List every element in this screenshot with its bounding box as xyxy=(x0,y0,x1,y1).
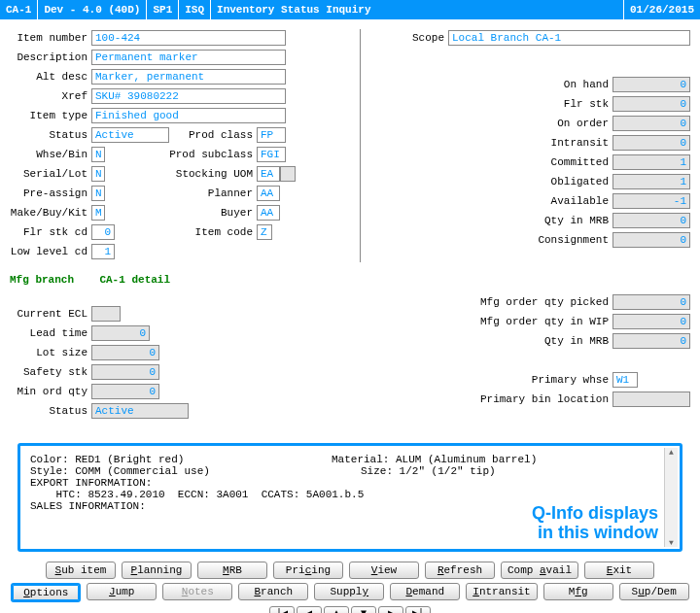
jump-button[interactable]: Jump xyxy=(87,583,157,600)
item-type-field[interactable]: Finished good xyxy=(91,108,286,123)
safety-stk-label: Safety stk xyxy=(10,366,91,378)
refresh-button[interactable]: Refresh xyxy=(425,562,495,579)
options-button[interactable]: Options xyxy=(11,583,81,602)
on-order-label: On order xyxy=(390,118,612,129)
nav-next-icon[interactable]: ▶ xyxy=(378,606,403,613)
serial-lot-label: Serial/Lot xyxy=(10,168,91,180)
primary-whse-field[interactable]: W1 xyxy=(612,372,638,388)
nav-prev-icon[interactable]: ◀ xyxy=(297,606,322,613)
consignment-field: 0 xyxy=(612,232,690,248)
mfg-button[interactable]: Mfg xyxy=(543,583,613,600)
detail-qty-mrb-field: 0 xyxy=(612,333,690,349)
buyer-field[interactable]: AA xyxy=(257,205,280,221)
mfg-picked-field: 0 xyxy=(612,294,690,310)
flr-stk-label: Flr stk xyxy=(390,98,612,110)
serial-lot-field[interactable]: N xyxy=(91,166,105,182)
on-hand-label: On hand xyxy=(390,79,612,90)
xref-field[interactable]: SKU# 39080222 xyxy=(91,88,286,104)
supply-button[interactable]: Supply xyxy=(314,583,384,600)
prod-subclass-label: Prod subclass xyxy=(105,149,257,160)
pre-assign-field[interactable]: N xyxy=(91,186,105,201)
xref-label: Xref xyxy=(10,90,91,102)
nav-row: |◀ ◀ ▲ ▼ ▶ ▶| xyxy=(10,606,690,613)
flr-stk-cd-field[interactable]: 0 xyxy=(91,224,115,240)
scope-field[interactable]: Local Branch CA-1 xyxy=(448,30,690,46)
stocking-uom-extra xyxy=(280,166,296,182)
safety-stk-field: 0 xyxy=(91,364,159,380)
sub-item-button[interactable]: Sub item xyxy=(46,562,116,579)
detail-status-field: Active xyxy=(91,403,189,419)
pricing-button[interactable]: Pricing xyxy=(273,562,343,579)
stocking-uom-field[interactable]: EA xyxy=(257,166,280,182)
titlebar: CA-1 Dev - 4.0 (40D) SP1 ISQ Inventory S… xyxy=(0,0,700,19)
min-ord-qty-field: 0 xyxy=(91,384,159,399)
whse-bin-label: Whse/Bin xyxy=(10,149,91,160)
lead-time-field: 0 xyxy=(91,325,150,341)
view-button[interactable]: View xyxy=(349,562,419,579)
qinfo-export-hdr: EXPORT INFORMATION: xyxy=(30,477,670,489)
titlebar-branch: CA-1 xyxy=(0,0,38,19)
mfg-picked-label: Mfg order qty picked xyxy=(379,296,612,308)
intransit-button[interactable]: Intransit xyxy=(466,583,537,600)
make-buy-kit-label: Make/Buy/Kit xyxy=(10,207,91,219)
scope-label: Scope xyxy=(390,32,448,44)
make-buy-kit-field[interactable]: M xyxy=(91,205,105,221)
alt-desc-label: Alt desc xyxy=(10,71,91,83)
alt-desc-field[interactable]: Marker, permanent xyxy=(91,69,286,85)
button-row-1: Sub item Planning MRB Pricing View Refre… xyxy=(10,562,690,579)
description-field[interactable]: Permanent marker xyxy=(91,50,286,65)
demand-button[interactable]: Demand xyxy=(390,583,460,600)
branch-button[interactable]: Branch xyxy=(238,583,308,600)
planner-field[interactable]: AA xyxy=(257,186,280,201)
titlebar-date: 01/26/2015 xyxy=(624,0,700,19)
intransit-label: Intransit xyxy=(390,137,612,149)
on-order-field: 0 xyxy=(612,116,690,131)
primary-bin-field xyxy=(612,392,690,407)
status-label: Status xyxy=(10,129,91,141)
prod-subclass-field[interactable]: FGI xyxy=(257,147,286,162)
current-ecl-field xyxy=(91,306,121,322)
titlebar-env: Dev - 4.0 (40D) xyxy=(38,0,147,19)
low-level-cd-field[interactable]: 1 xyxy=(91,244,115,259)
nav-first-icon[interactable]: |◀ xyxy=(269,606,295,613)
comp-avail-button[interactable]: Comp avail xyxy=(501,562,578,579)
qty-in-mrb-field: 0 xyxy=(612,213,690,228)
primary-whse-label: Primary whse xyxy=(379,374,612,386)
nav-down-icon[interactable]: ▼ xyxy=(351,606,376,613)
detail-heading: CA-1 detail xyxy=(99,274,170,286)
committed-field: 1 xyxy=(612,154,690,170)
available-label: Available xyxy=(390,195,612,207)
nav-up-icon[interactable]: ▲ xyxy=(324,606,349,613)
vertical-divider xyxy=(360,29,361,262)
buyer-label: Buyer xyxy=(105,207,257,219)
planning-button[interactable]: Planning xyxy=(122,562,192,579)
qinfo-style: Style: COMM (Commercial use) xyxy=(30,465,361,477)
intransit-field: 0 xyxy=(612,135,690,151)
qinfo-size: Size: 1/2" (1/2" tip) xyxy=(361,465,496,477)
prod-class-field[interactable]: FP xyxy=(257,127,286,143)
detail-status-label: Status xyxy=(10,405,91,417)
current-ecl-label: Current ECL xyxy=(10,308,91,320)
lot-size-field: 0 xyxy=(91,345,159,360)
mfg-wip-field: 0 xyxy=(612,314,690,329)
lead-time-label: Lead time xyxy=(10,327,91,339)
pre-assign-label: Pre-assign xyxy=(10,187,91,199)
status-field[interactable]: Active xyxy=(91,127,169,143)
qty-in-mrb-label: Qty in MRB xyxy=(390,215,612,226)
item-type-label: Item type xyxy=(10,110,91,121)
notes-button[interactable]: Notes xyxy=(162,583,232,600)
sup-dem-button[interactable]: Sup/Dem xyxy=(619,583,689,600)
nav-last-icon[interactable]: ▶| xyxy=(405,606,431,613)
item-code-field[interactable]: Z xyxy=(257,224,272,240)
whse-bin-field[interactable]: N xyxy=(91,147,105,162)
qinfo-color: Color: RED1 (Bright red) xyxy=(30,454,332,465)
titlebar-sp: SP1 xyxy=(147,0,179,19)
scrollbar[interactable] xyxy=(664,448,678,547)
planner-label: Planner xyxy=(105,187,257,199)
consignment-label: Consignment xyxy=(390,234,612,246)
item-number-field[interactable]: 100-424 xyxy=(91,30,286,46)
prod-class-label: Prod class xyxy=(169,129,257,141)
mrb-button[interactable]: MRB xyxy=(197,562,267,579)
exit-button[interactable]: Exit xyxy=(584,562,654,579)
item-code-label: Item code xyxy=(115,226,257,238)
